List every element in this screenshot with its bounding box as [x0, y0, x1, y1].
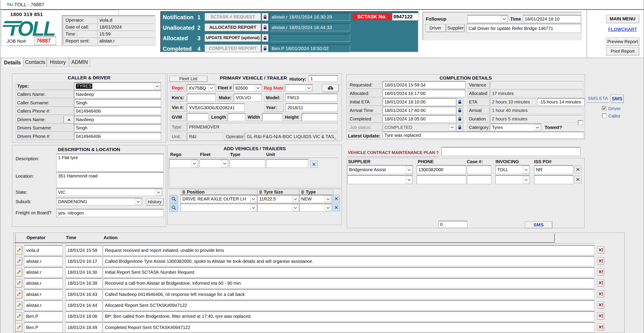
allocated-report-button[interactable]: ALLOCATED REPORT: [204, 24, 261, 31]
delete-log-entry-button[interactable]: [597, 268, 604, 275]
delete-log-entry-button[interactable]: [597, 290, 604, 297]
initial-eta-field[interactable]: 18/01/2024 18:10:00: [383, 98, 456, 106]
fleet-number-select[interactable]: 82600: [234, 84, 262, 92]
edit-log-entry-button[interactable]: [16, 290, 22, 298]
chevron-down-icon[interactable]: [135, 199, 141, 205]
sctask-no-field[interactable]: 0947122: [392, 13, 419, 21]
supplier-clear-button-2[interactable]: [574, 176, 582, 183]
requested-field[interactable]: 18/01/2024 15:59:34: [383, 81, 465, 89]
make-field[interactable]: VOLVO: [234, 94, 262, 102]
chevron-down-icon[interactable]: [523, 166, 529, 173]
edit-log-entry-button[interactable]: [16, 312, 22, 320]
chevron-down-icon[interactable]: [250, 204, 256, 211]
fleet-list-button[interactable]: Fleet List: [170, 76, 207, 82]
supplier-case-field-2[interactable]: [467, 175, 491, 184]
chevron-down-icon[interactable]: [208, 85, 214, 91]
chevron-down-icon[interactable]: [221, 160, 228, 167]
edit-log-entry-button[interactable]: [16, 268, 22, 276]
towed-checkbox[interactable]: [578, 120, 583, 125]
tab-details[interactable]: Details: [2, 58, 23, 67]
supplier-sms-button[interactable]: SMS: [525, 221, 552, 228]
sms-button[interactable]: SMS: [610, 95, 624, 103]
drivers-name-field[interactable]: Navdeep: [74, 116, 161, 123]
supplier-phone-field-1[interactable]: 1300382000: [417, 165, 466, 174]
state-select[interactable]: VIC: [56, 188, 162, 196]
supplier-iss-field-1[interactable]: NR: [534, 165, 573, 174]
edit-log-entry-button[interactable]: [16, 323, 22, 331]
log-time-field[interactable]: 18/01/24 18:49: [66, 322, 102, 332]
tyre-search-button[interactable]: [170, 204, 178, 212]
followup-time-field[interactable]: 18/01/2024 18:10: [523, 15, 581, 23]
gvm-field[interactable]: [187, 113, 208, 121]
chevron-down-icon[interactable]: [292, 204, 298, 211]
tyre-position-select-1[interactable]: DRIVE REAR AXLE OUTER LH: [181, 195, 257, 203]
allocated-time-field[interactable]: 18/01/2024 16:17:00: [383, 90, 465, 97]
log-time-field[interactable]: 18/01/24 18:08: [66, 311, 102, 321]
followup-driver-button[interactable]: Driver: [426, 24, 446, 32]
preview-report-button[interactable]: Preview Report: [606, 38, 639, 46]
tyre-row-clear-button-1[interactable]: [332, 195, 340, 202]
log-action-field[interactable]: Request received and report initiated, u…: [103, 245, 594, 255]
caller-surname-field[interactable]: Singh: [74, 99, 161, 107]
log-time-field[interactable]: 18/01/24 16:17: [66, 256, 102, 266]
tab-history[interactable]: History: [47, 58, 69, 67]
log-action-field[interactable]: Allocated Report Sent SCTASK#0947122: [103, 300, 594, 310]
log-action-field[interactable]: BP: Ben called from Bridgestone, fitter …: [103, 311, 594, 321]
update-report-button[interactable]: UPDATE REPORT (optional): [204, 34, 261, 42]
edit-log-entry-button[interactable]: [16, 301, 22, 309]
log-operator-field[interactable]: Ben.P: [24, 311, 63, 321]
suburb-history-button[interactable]: History: [146, 198, 164, 205]
log-action-field[interactable]: Completed Report Sent SCTASK#0947122: [103, 322, 594, 332]
supplier-invoicing-select-2[interactable]: [496, 175, 530, 184]
log-operator-field[interactable]: alistair.r: [24, 300, 63, 310]
main-menu-button[interactable]: MAIN MENU: [606, 15, 639, 23]
category-select[interactable]: Tyres: [490, 124, 541, 131]
chevron-down-icon[interactable]: [155, 189, 162, 195]
supplier-clear-button-1[interactable]: [574, 166, 582, 173]
chevron-down-icon[interactable]: [523, 176, 529, 183]
sms-caller-checkbox[interactable]: [602, 114, 606, 118]
sms-driver-checkbox[interactable]: [602, 106, 606, 111]
log-operator-field[interactable]: alistair.r: [24, 289, 63, 299]
supplier-invoicing-select-1[interactable]: TOLL: [496, 165, 530, 174]
location-field[interactable]: 351 Hammond road: [56, 172, 164, 188]
tyre-type-select-2[interactable]: [300, 204, 332, 212]
chevron-down-icon[interactable]: [534, 125, 540, 131]
copy-caller-to-driver-button[interactable]: [64, 116, 74, 123]
log-action-field[interactable]: Initial Report Sent SCTASK Number Reques…: [103, 267, 594, 277]
completed-report-button[interactable]: COMPLETED REPORT: [204, 45, 261, 52]
supplier-iss-field-2[interactable]: [534, 175, 573, 184]
delete-log-entry-button[interactable]: [597, 257, 604, 264]
tyre-size-select-2[interactable]: [258, 204, 299, 212]
delete-log-entry-button[interactable]: [597, 323, 604, 330]
log-operator-field[interactable]: viola.d: [24, 245, 63, 255]
description-field[interactable]: 1 Flat tyre: [56, 154, 164, 171]
latest-update-field[interactable]: Tyre was replaced: [383, 132, 584, 139]
year-field[interactable]: 2018/11: [286, 104, 338, 112]
chevron-down-icon[interactable]: [406, 166, 412, 173]
supplier-select-1[interactable]: Bridgestone Assist: [347, 165, 413, 174]
add-unit-field[interactable]: [266, 159, 308, 168]
add-fleet-select[interactable]: [200, 159, 228, 168]
chevron-down-icon[interactable]: [501, 16, 507, 22]
length-field[interactable]: [228, 113, 246, 121]
delete-log-entry-button[interactable]: [597, 279, 604, 286]
type-select[interactable]: TYRES: [74, 82, 161, 90]
print-report-button[interactable]: Print Report: [606, 47, 639, 55]
edit-log-entry-button[interactable]: [16, 257, 22, 265]
log-time-field[interactable]: 18/01/24 15:59: [66, 245, 102, 255]
log-action-field[interactable]: Received a call from Alistair at Bridges…: [103, 278, 594, 288]
log-time-field[interactable]: 18/01/24 16:43: [66, 289, 102, 299]
log-time-field[interactable]: 18/01/24 16:39: [66, 278, 102, 288]
chevron-down-icon[interactable]: [325, 204, 331, 211]
tab-contacts[interactable]: Contacts: [24, 58, 47, 67]
reg-state-select[interactable]: [286, 84, 312, 92]
log-operator-field[interactable]: Ben.P: [24, 322, 63, 332]
tab-admin[interactable]: ADMIN: [69, 58, 90, 67]
arrival-time-field[interactable]: 18/01/2024 17:40:00: [383, 107, 456, 114]
log-time-field[interactable]: 18/01/24 16:44: [66, 300, 102, 310]
edit-log-entry-button[interactable]: [16, 279, 22, 287]
height-field[interactable]: [302, 113, 338, 121]
add-rego-select[interactable]: [170, 159, 198, 168]
supplier-case-field-1[interactable]: [467, 165, 491, 174]
